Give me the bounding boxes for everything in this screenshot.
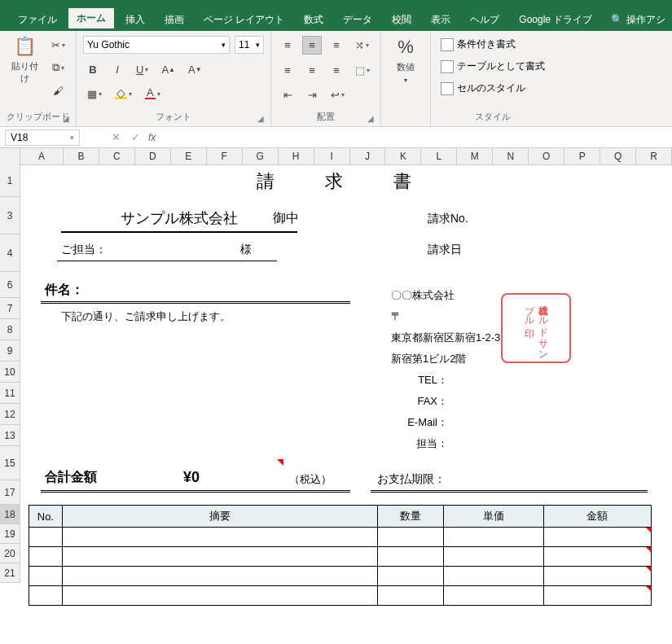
column-header[interactable]: I <box>314 148 350 164</box>
row-header[interactable]: 13 <box>0 425 20 446</box>
orientation-button[interactable]: ⤭ <box>351 37 373 55</box>
decrease-font-button[interactable]: A▼ <box>184 60 206 78</box>
row-header[interactable]: 10 <box>0 361 20 383</box>
subject-label: 件名： <box>45 282 84 299</box>
table-row[interactable] <box>29 528 652 547</box>
row-header[interactable]: 19 <box>0 524 20 544</box>
column-header[interactable]: A <box>20 148 64 164</box>
column-header[interactable]: E <box>171 148 207 164</box>
tell-me-search[interactable]: 🔍 操作アシ <box>611 13 665 27</box>
row-header[interactable]: 1 <box>0 164 20 197</box>
row-header[interactable]: 20 <box>0 544 20 563</box>
row-header[interactable]: 12 <box>0 404 20 425</box>
underline-button[interactable]: U <box>132 60 152 78</box>
column-header[interactable]: R <box>636 148 672 164</box>
tab-insert[interactable]: 挿入 <box>117 10 153 30</box>
invoice-no-label: 請求No. <box>428 212 468 226</box>
row-header[interactable]: 4 <box>0 234 20 272</box>
table-row[interactable] <box>29 586 652 606</box>
column-header[interactable]: H <box>279 148 314 164</box>
font-name-select[interactable]: Yu Gothic▾ <box>83 36 230 54</box>
tab-formulas[interactable]: 数式 <box>296 10 332 30</box>
row-header[interactable]: 7 <box>0 298 20 319</box>
tab-file[interactable]: ファイル <box>10 10 65 30</box>
enter-formula-button[interactable]: ✓ <box>125 131 145 143</box>
chevron-down-icon: ▾ <box>404 77 407 84</box>
copy-button[interactable]: ⧉ <box>47 59 69 77</box>
tab-google-drive[interactable]: Google ドライブ <box>511 10 600 30</box>
borders-button[interactable]: ▦ <box>83 85 106 103</box>
row-header[interactable]: 21 <box>0 563 20 583</box>
column-header[interactable]: G <box>243 148 279 164</box>
invoice-date-label: 請求日 <box>428 243 462 257</box>
row-header[interactable]: 3 <box>0 197 20 234</box>
row-header[interactable]: 18 <box>0 505 20 524</box>
wrap-text-button[interactable]: ↩ <box>327 85 349 103</box>
tab-review[interactable]: 校閲 <box>384 10 419 30</box>
column-header[interactable]: P <box>564 148 600 164</box>
cancel-formula-button[interactable]: ✕ <box>106 131 125 143</box>
tab-help[interactable]: ヘルプ <box>462 10 507 30</box>
increase-font-button[interactable]: A▲ <box>157 60 179 78</box>
tab-page-layout[interactable]: ページ レイアウト <box>195 10 292 30</box>
column-header[interactable]: L <box>421 148 457 164</box>
align-right-button[interactable]: ≡ <box>327 61 346 79</box>
column-header[interactable]: N <box>493 148 529 164</box>
font-launcher-icon[interactable]: ◢ <box>257 114 264 123</box>
column-header[interactable]: Q <box>600 148 636 164</box>
align-bottom-button[interactable]: ≡ <box>327 37 346 55</box>
align-center-button[interactable]: ≡ <box>302 61 322 79</box>
clipboard-launcher-icon[interactable]: ◢ <box>63 114 69 123</box>
align-top-button[interactable]: ≡ <box>278 37 297 55</box>
sender-addr1: 東京都新宿区新宿1-2-3 <box>391 327 500 348</box>
merge-cells-button[interactable]: ⬚ <box>351 61 374 79</box>
column-header[interactable]: F <box>207 148 243 164</box>
formula-bar: V18▾ ✕ ✓ fx <box>0 127 672 148</box>
paste-button[interactable]: 📋 貼り付け <box>7 34 42 86</box>
conditional-formatting-button[interactable]: 条件付き書式 <box>437 36 548 53</box>
bold-button[interactable]: B <box>83 60 103 78</box>
font-color-button[interactable]: A <box>141 85 165 103</box>
sender-email-label: E-Mail： <box>391 412 448 433</box>
formula-input[interactable] <box>159 130 672 145</box>
group-number: % 数値 ▾ <box>381 31 431 126</box>
column-header[interactable]: K <box>385 148 421 164</box>
column-header[interactable]: D <box>135 148 171 164</box>
cell-styles-button[interactable]: セルのスタイル <box>437 80 548 97</box>
fx-icon[interactable]: fx <box>145 132 159 143</box>
table-row[interactable] <box>29 547 652 567</box>
tab-draw[interactable]: 描画 <box>156 10 192 30</box>
tab-view[interactable]: 表示 <box>423 10 459 30</box>
comment-indicator-icon[interactable] <box>277 459 283 466</box>
fill-color-button[interactable]: ◇ <box>111 85 136 103</box>
tab-home[interactable]: ホーム <box>68 8 114 31</box>
align-launcher-icon[interactable]: ◢ <box>367 114 374 123</box>
tab-data[interactable]: データ <box>335 10 380 30</box>
spreadsheet-grid[interactable]: ABCDEFGHIJKLMNOPQR 134678910111213151718… <box>0 148 672 165</box>
row-header[interactable]: 8 <box>0 319 20 340</box>
row-header[interactable]: 9 <box>0 340 20 361</box>
number-format-button[interactable]: % 数値 ▾ <box>388 34 424 86</box>
column-header[interactable]: O <box>529 148 564 164</box>
row-header[interactable]: 15 <box>0 446 20 480</box>
align-middle-button[interactable]: ≡ <box>302 36 322 55</box>
increase-indent-button[interactable]: ⇥ <box>302 85 322 103</box>
row-header[interactable]: 17 <box>0 480 20 505</box>
cut-button[interactable]: ✂ <box>47 36 69 54</box>
column-header[interactable]: B <box>64 148 99 164</box>
row-header[interactable]: 11 <box>0 383 20 404</box>
column-header[interactable]: C <box>99 148 135 164</box>
column-header[interactable]: M <box>457 148 493 164</box>
format-as-table-button[interactable]: テーブルとして書式 <box>437 58 548 75</box>
font-size-select[interactable]: 11▾ <box>235 36 264 54</box>
name-box[interactable]: V18▾ <box>5 129 80 146</box>
decrease-indent-button[interactable]: ⇤ <box>278 85 297 103</box>
group-font-label: フォント <box>156 112 191 121</box>
select-all-corner[interactable] <box>0 148 20 164</box>
row-header[interactable]: 6 <box>0 272 20 298</box>
italic-button[interactable]: I <box>108 60 127 78</box>
column-header[interactable]: J <box>350 148 386 164</box>
table-row[interactable] <box>29 567 652 586</box>
format-painter-button[interactable]: 🖌 <box>47 81 69 99</box>
align-left-button[interactable]: ≡ <box>278 61 297 79</box>
